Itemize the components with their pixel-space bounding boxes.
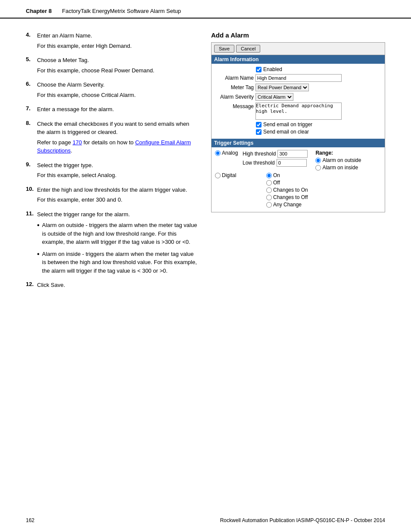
page-number: 162 [26,517,34,523]
digital-changes-on-radio[interactable] [266,187,272,193]
page-container: Chapter 8 FactoryTalk EnergyMetrix Softw… [0,0,411,532]
digital-off-radio[interactable] [266,180,272,186]
range-label: Range: [315,150,361,156]
step-8-sub: Refer to page 170 for details on how to … [37,138,198,155]
step-11-num: 11. [26,210,34,219]
digital-changes-off-row: Changes to Off [266,194,308,200]
alarm-outside-radio[interactable] [315,158,321,163]
digital-changes-on-label: Changes to On [273,187,308,193]
cancel-button[interactable]: Cancel [236,45,260,53]
step-9-text: Select the trigger type. [37,161,93,170]
step-5-num: 5. [26,56,34,65]
step-11-bullets: • Alarm on outside - triggers the alarm … [37,221,198,275]
step-5: 5. Choose a Meter Tag. For this example,… [26,56,198,75]
enabled-row: Enabled [256,66,381,72]
digital-row: Digital On Off [215,172,381,208]
meter-tag-label: Meter Tag [215,84,254,90]
step-8-num: 8. [26,120,34,137]
step-4-text: Enter an Alarm Name. [37,31,92,40]
step-11-text: Select the trigger range for the alarm. [37,210,130,219]
instructions-panel: 4. Enter an Alarm Name. For this example… [26,31,198,296]
alarm-severity-select[interactable]: Critical Alarm [255,93,293,101]
digital-on-radio[interactable] [266,173,272,178]
digital-label: Digital [222,172,236,178]
step-10-sub: For this example, enter 300 and 0. [37,196,198,204]
send-email-trigger-label: Send email on trigger [263,121,312,128]
meter-tag-select[interactable]: Real Power Demand [255,84,309,91]
digital-off-label: Off [273,180,280,186]
alarm-panel: Add a Alarm Save Cancel Alarm Informatio… [211,31,385,296]
trigger-settings-header: Trigger Settings [212,139,385,147]
step-12-num: 12. [26,281,34,289]
chapter-label: Chapter 8 [26,8,52,14]
enabled-label: Enabled [263,66,282,72]
step-4-sub: For this example, enter High Demand. [37,42,198,50]
alarm-inside-radio[interactable] [315,165,321,171]
save-button[interactable]: Save [214,45,234,53]
threshold-group: High threshold Low threshold [243,150,308,167]
high-threshold-row: High threshold [243,150,308,158]
alarm-inside-row: Alarm on inside [315,165,361,171]
header-title: FactoryTalk EnergyMetrix Software Alarm … [62,8,181,14]
bullet-2-text: Alarm on inside - triggers the alarm whe… [42,250,198,275]
analog-radio[interactable] [215,150,221,156]
range-group: Range: Alarm on outside Alarm on inside [315,150,361,171]
step-11: 11. Select the trigger range for the ala… [26,210,198,275]
form-toolbar: Save Cancel [212,43,385,55]
alarm-severity-row: Alarm Severity Critical Alarm [215,93,381,101]
step-8: 8. Check the email checkboxes if you wan… [26,120,198,155]
page-footer: 162 Rockwell Automation Publication IASI… [0,517,411,523]
meter-tag-row: Meter Tag Real Power Demand [215,84,381,91]
analog-label: Analog [222,150,238,156]
step-12-text: Click Save. [37,281,65,289]
step-6-text: Choose the Alarm Severity. [37,81,105,89]
step-4-num: 4. [26,31,34,40]
digital-on-label: On [273,172,280,178]
bullet-1-text: Alarm on outside - triggers the alarm wh… [42,221,198,246]
step-5-sub: For this example, choose Real Power Dema… [37,66,198,75]
alarm-name-input[interactable] [255,74,342,82]
trigger-section: Analog High threshold Low threshold [212,147,385,212]
message-label: Message [215,103,254,109]
configure-link[interactable]: Configure Email Alarm Subscriptions [37,139,191,154]
digital-changes-off-radio[interactable] [266,195,272,200]
step-6: 6. Choose the Alarm Severity. For this e… [26,81,198,99]
high-threshold-label: High threshold [243,151,276,157]
send-email-clear-row: Send email on clear [256,129,381,135]
send-email-clear-label: Send email on clear [263,129,309,135]
alarm-panel-title: Add a Alarm [211,31,385,39]
analog-row: Analog High threshold Low threshold [215,150,381,171]
low-threshold-label: Low threshold [243,160,275,166]
step-10-num: 10. [26,186,34,194]
digital-any-change-radio[interactable] [266,202,272,208]
digital-off-row: Off [266,180,308,186]
digital-any-change-row: Any Change [266,202,308,208]
low-threshold-input[interactable] [277,159,307,167]
alarm-name-label: Alarm Name [215,75,254,81]
step-10-text: Enter the high and low thresholds for th… [37,186,187,194]
digital-on-row: On [266,172,308,178]
send-email-clear-checkbox[interactable] [256,129,262,135]
send-email-trigger-checkbox[interactable] [256,122,262,128]
alarm-outside-row: Alarm on outside [315,157,361,163]
alarm-inside-label: Alarm on inside [322,165,358,171]
enabled-checkbox[interactable] [256,67,262,72]
step-6-sub: For this example, choose Critical Alarm. [37,91,198,100]
alarm-outside-label: Alarm on outside [322,157,361,163]
step-10: 10. Enter the high and low thresholds fo… [26,186,198,204]
message-row: Message Electric Demand approaching high… [215,103,381,120]
digital-any-change-label: Any Change [273,202,302,208]
high-threshold-input[interactable] [277,150,308,158]
low-threshold-row: Low threshold [243,159,308,167]
alarm-severity-label: Alarm Severity [215,94,254,100]
page-170-link[interactable]: 170 [72,139,82,146]
step-7-text: Enter a message for the alarm. [37,105,114,114]
digital-radio[interactable] [215,173,221,178]
digital-changes-off-label: Changes to Off [273,194,308,200]
alarm-form: Save Cancel Alarm Information Enabled Al… [211,42,385,212]
step-9-sub: For this example, select Analog. [37,171,198,180]
alarm-info-header: Alarm Information [212,55,385,64]
step-6-num: 6. [26,81,34,89]
message-textarea[interactable]: Electric Demand approaching high level. [255,103,342,120]
bullet-2: • Alarm on inside - triggers the alarm w… [37,250,198,275]
